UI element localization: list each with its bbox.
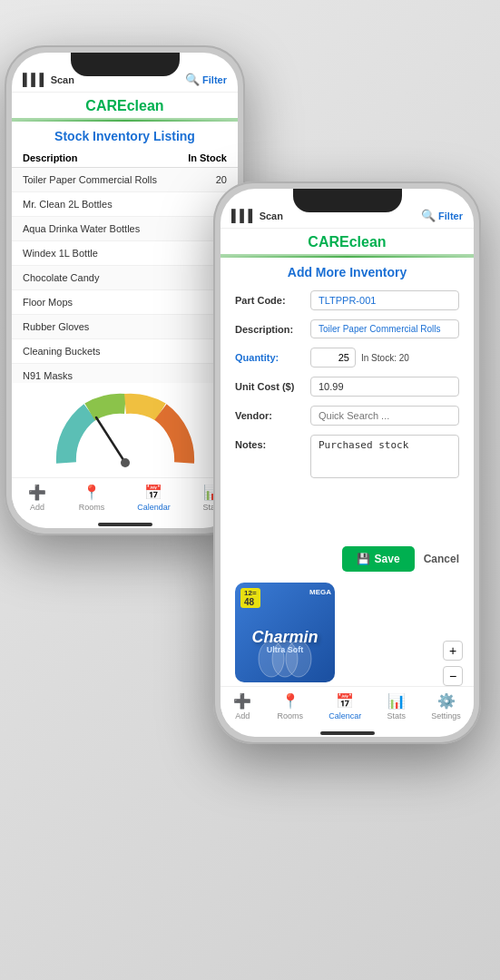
nav-rooms[interactable]: 📍 Rooms xyxy=(79,484,105,512)
instock-badge: In Stock: 20 xyxy=(361,353,409,363)
product-mega-label: MEGA xyxy=(309,588,331,596)
table-row[interactable]: Rubber Gloves xyxy=(12,315,238,339)
phone1-page-title: Stock Inventory Listing xyxy=(12,122,238,149)
phone2-filter-icon: 🔍 xyxy=(421,209,436,222)
save-button[interactable]: 💾 Save xyxy=(342,546,415,572)
product-image: 12= 48 MEGA Charmin Ultra Soft xyxy=(235,583,335,682)
table-row[interactable]: N91 Masks xyxy=(12,364,238,383)
save-icon: 💾 xyxy=(357,553,370,565)
table-row[interactable]: Aqua Drinka Water Bottles xyxy=(12,217,238,241)
add-icon: ➕ xyxy=(28,484,46,501)
phone2-nav-settings-label: Settings xyxy=(431,711,461,720)
quantity-label: Quantity: xyxy=(235,348,303,363)
phone2-nav-stats[interactable]: 📊 Stats xyxy=(387,692,407,720)
phone2-nav-add[interactable]: ➕ Add xyxy=(233,692,251,720)
phone1-notch xyxy=(71,53,180,76)
filter-label: Filter xyxy=(202,74,227,85)
nav-rooms-label: Rooms xyxy=(79,503,105,512)
logo-suffix: clean xyxy=(127,98,164,113)
phone2-stats-icon: 📊 xyxy=(387,692,406,710)
phone2-settings-icon: ⚙️ xyxy=(437,692,456,710)
row-desc: Rubber Gloves xyxy=(23,321,89,332)
product-tag: 12= 48 xyxy=(240,588,260,608)
vendor-input[interactable] xyxy=(310,406,459,426)
scan-button[interactable]: ▌▌▌ Scan xyxy=(23,73,74,86)
nav-calendar[interactable]: 📅 Calendar xyxy=(137,484,171,512)
phone2-page-title: Add More Inventory xyxy=(221,258,474,285)
zoom-out-button[interactable]: − xyxy=(443,666,463,686)
table-row[interactable]: Toiler Paper Commercial Rolls 20 xyxy=(12,168,238,192)
phone2-nav-rooms-label: Rooms xyxy=(277,711,303,720)
vendor-row: Vendor: xyxy=(235,406,459,426)
svg-point-4 xyxy=(286,641,311,677)
phone2-scan-label: Scan xyxy=(260,211,283,221)
calendar-icon: 📅 xyxy=(144,484,162,501)
nav-calendar-label: Calendar xyxy=(137,503,171,512)
vendor-label: Vendor: xyxy=(235,406,303,421)
phone1-logo: CAREclean xyxy=(12,98,238,114)
table-row[interactable]: Cleaning Buckets xyxy=(12,339,238,364)
notes-row: Notes: Purchased stock xyxy=(235,435,459,478)
notes-input[interactable]: Purchased stock xyxy=(310,435,459,478)
phone2-filter-label: Filter xyxy=(438,211,463,221)
phone2-nav-add-label: Add xyxy=(235,711,250,720)
zoom-controls: + − xyxy=(443,586,463,686)
col-instock: In Stock xyxy=(188,152,227,163)
unit-cost-input[interactable] xyxy=(310,377,459,397)
phone2-nav-settings[interactable]: ⚙️ Settings xyxy=(431,692,461,720)
phone2-rooms-icon: 📍 xyxy=(281,692,299,710)
save-label: Save xyxy=(375,553,400,565)
add-inventory-form: Part Code: Description: Quantity: In Sto… xyxy=(221,285,474,539)
phone2-logo-suffix: clean xyxy=(349,234,387,250)
phone2-notch xyxy=(293,189,402,212)
phone2-home-bar xyxy=(320,731,375,735)
cancel-button[interactable]: Cancel xyxy=(424,553,459,565)
phone1-app-header: CAREclean xyxy=(12,93,238,120)
phone1: ▌▌▌ Scan 🔍 Filter CAREclean Stock Invent… xyxy=(5,45,245,535)
quantity-group: In Stock: 20 xyxy=(310,348,459,368)
filter-button[interactable]: 🔍 Filter xyxy=(185,73,227,86)
table-row[interactable]: Mr. Clean 2L Bottles xyxy=(12,192,238,217)
form-buttons: 💾 Save Cancel xyxy=(221,539,474,579)
description-input[interactable] xyxy=(310,319,459,338)
product-section: 12= 48 MEGA Charmin Ultra Soft + − xyxy=(221,579,474,686)
phone2-calendar-icon: 📅 xyxy=(336,692,354,710)
barcode-icon: ▌▌▌ xyxy=(23,73,48,86)
nav-add-label: Add xyxy=(30,503,44,512)
phone2-nav-rooms[interactable]: 📍 Rooms xyxy=(277,692,303,720)
inventory-table: Description In Stock Toiler Paper Commer… xyxy=(12,149,238,383)
unit-cost-row: Unit Cost ($) xyxy=(235,377,459,397)
part-code-label: Part Code: xyxy=(235,290,303,306)
table-row[interactable]: Chocolate Candy xyxy=(12,266,238,290)
phone2-logo: CAREclean xyxy=(221,234,474,250)
col-description: Description xyxy=(23,152,78,163)
row-desc: N91 Masks xyxy=(23,370,73,381)
table-row[interactable]: Floor Mops xyxy=(12,290,238,315)
phone1-home-bar xyxy=(98,523,152,526)
row-stock: 20 xyxy=(216,174,227,185)
zoom-in-button[interactable]: + xyxy=(443,641,463,661)
filter-icon: 🔍 xyxy=(185,73,200,86)
phone2-nav-calendar[interactable]: 📅 Calencar xyxy=(328,692,361,720)
unit-cost-label: Unit Cost ($) xyxy=(235,377,303,392)
description-row: Description: xyxy=(235,319,459,338)
svg-point-1 xyxy=(121,458,130,467)
scan-label: Scan xyxy=(51,74,74,85)
logo-prefix: CARE xyxy=(85,98,126,113)
part-code-input[interactable] xyxy=(310,290,459,310)
phone2-nav-calendar-label: Calencar xyxy=(328,711,361,720)
phone2-scan-button[interactable]: ▌▌▌ Scan xyxy=(231,209,283,222)
row-desc: Mr. Clean 2L Bottles xyxy=(23,199,113,210)
notes-label: Notes: xyxy=(235,435,303,450)
phone2-filter-button[interactable]: 🔍 Filter xyxy=(421,209,463,222)
row-desc: Chocolate Candy xyxy=(23,272,99,283)
quantity-input[interactable] xyxy=(310,348,356,368)
description-label: Description: xyxy=(235,319,303,335)
quantity-row: Quantity: In Stock: 20 xyxy=(235,348,459,368)
phone2: ▌▌▌ Scan 🔍 Filter CAREclean Add More Inv… xyxy=(213,181,481,744)
table-header: Description In Stock xyxy=(12,149,238,168)
table-row[interactable]: Windex 1L Bottle xyxy=(12,241,238,266)
nav-add[interactable]: ➕ Add xyxy=(28,484,46,512)
svg-line-0 xyxy=(96,417,125,463)
row-desc: Aqua Drinka Water Bottles xyxy=(23,223,140,234)
